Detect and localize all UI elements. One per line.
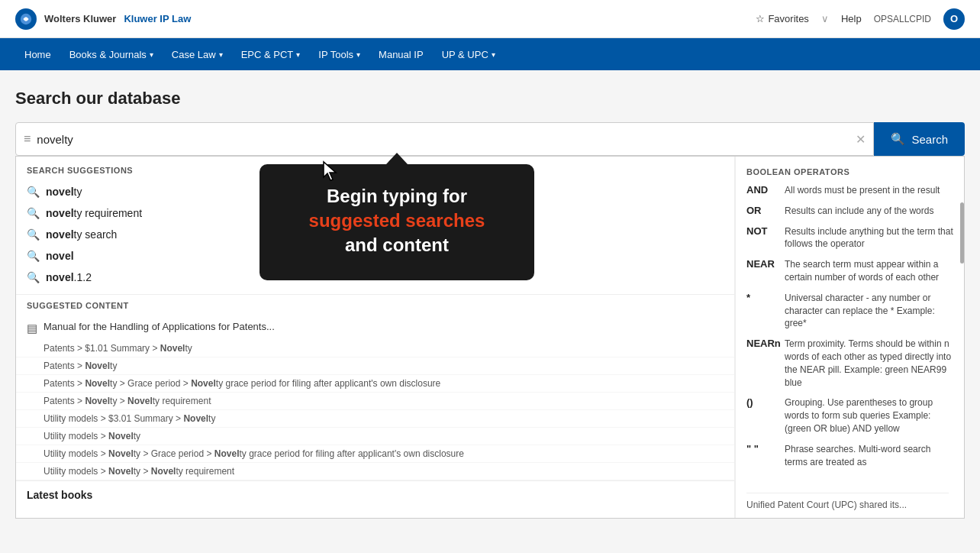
nav-epc-pct[interactable]: EPC & PCT▾ bbox=[232, 38, 310, 70]
chevron-down-icon: ▾ bbox=[219, 50, 223, 59]
tooltip-arrow bbox=[386, 153, 408, 164]
breadcrumb-1[interactable]: Patents > $1.01 Summary > Novelty bbox=[16, 340, 734, 357]
content-book-item[interactable]: ▤ Manual for the Handling of Application… bbox=[16, 316, 734, 340]
chevron-down-icon: ▾ bbox=[150, 50, 153, 59]
nav-bar: Home Books & Journals▾ Case Law▾ EPC & P… bbox=[0, 38, 980, 70]
user-id: OPSALLCPID bbox=[874, 14, 931, 24]
breadcrumb-3[interactable]: Patents > Novelty > Grace period > Novel… bbox=[16, 375, 734, 393]
star-icon: ☆ bbox=[756, 13, 765, 24]
chevron-down-icon: ▾ bbox=[296, 50, 300, 59]
top-bar: Wolters Kluwer Kluwer IP Law ☆ Favorites… bbox=[0, 0, 980, 38]
breadcrumb-7[interactable]: Utility models > Novelty > Grace period … bbox=[16, 445, 734, 463]
brand-name: Wolters Kluwer bbox=[44, 13, 116, 24]
panel-footer-text: Unified Patent Court (UPC) shared its... bbox=[746, 493, 949, 510]
breadcrumb-6[interactable]: Utility models > Novelty bbox=[16, 428, 734, 445]
breadcrumb-8[interactable]: Utility models > Novelty > Novelty requi… bbox=[16, 463, 734, 480]
nav-manual-ip[interactable]: Manual IP bbox=[369, 38, 433, 70]
breadcrumb-4[interactable]: Patents > Novelty > Novelty requirement bbox=[16, 393, 734, 410]
scrollbar-thumb bbox=[960, 202, 964, 264]
boolean-operators-column: BOOLEAN OPERATORS AND All words must be … bbox=[735, 157, 964, 518]
nav-home[interactable]: Home bbox=[15, 38, 60, 70]
main-content: Search our database ≡ ✕ 🔍 Search SEARCH … bbox=[0, 70, 980, 537]
top-bar-right: ☆ Favorites ∨ Help OPSALLCPID O bbox=[756, 8, 965, 30]
latest-books-label: Latest books bbox=[16, 480, 734, 509]
book-icon: ▤ bbox=[27, 322, 37, 335]
breadcrumb-5[interactable]: Utility models > $3.01 Summary > Novelty bbox=[16, 410, 734, 428]
bool-near: NEAR The search term must appear within … bbox=[746, 258, 953, 284]
sub-brand-name: Kluwer IP Law bbox=[124, 13, 191, 24]
bool-grouping: () Grouping. Use parentheses to group wo… bbox=[746, 396, 953, 435]
search-wrapper: ≡ ✕ 🔍 Search SEARCH SUGGESTIONS 🔍 novelt… bbox=[15, 122, 965, 519]
tooltip-line2: suggested searches bbox=[284, 210, 510, 231]
search-icon: 🔍 bbox=[27, 228, 40, 241]
chevron-down-icon: ▾ bbox=[356, 50, 360, 59]
search-icon: 🔍 bbox=[27, 186, 40, 198]
nav-books-journals[interactable]: Books & Journals▾ bbox=[60, 38, 163, 70]
user-avatar[interactable]: O bbox=[943, 8, 965, 30]
chevron-down-icon: ▾ bbox=[492, 50, 495, 59]
tooltip-line3: and content bbox=[284, 234, 510, 256]
breadcrumb-2[interactable]: Patents > Novelty bbox=[16, 357, 734, 375]
search-input[interactable] bbox=[31, 133, 856, 146]
search-icon: 🔍 bbox=[891, 132, 905, 146]
brand-section: Wolters Kluwer Kluwer IP Law bbox=[15, 8, 191, 30]
boolean-operators-label: BOOLEAN OPERATORS bbox=[746, 167, 953, 184]
clear-icon[interactable]: ✕ bbox=[856, 132, 866, 147]
tooltip-line1: Begin typing for bbox=[284, 186, 510, 207]
help-label[interactable]: Help bbox=[841, 13, 862, 24]
page-title: Search our database bbox=[15, 89, 965, 108]
nav-up-upc[interactable]: UP & UPC▾ bbox=[433, 38, 505, 70]
filter-icon[interactable]: ≡ bbox=[24, 132, 31, 146]
bool-nearn: NEARn Term proximity. Terms should be wi… bbox=[746, 338, 953, 389]
search-icon: 🔍 bbox=[27, 207, 40, 219]
suggested-content-label: SUGGESTED CONTENT bbox=[16, 301, 734, 316]
search-box: ≡ ✕ bbox=[15, 122, 874, 156]
bool-wildcard: * Universal character - any number or ch… bbox=[746, 292, 953, 330]
nav-case-law[interactable]: Case Law▾ bbox=[163, 38, 232, 70]
search-row: ≡ ✕ 🔍 Search bbox=[15, 122, 965, 156]
bool-and: AND All words must be present in the res… bbox=[746, 184, 953, 197]
favorites-button[interactable]: ☆ Favorites bbox=[756, 13, 808, 24]
bool-or: OR Results can include any of the words bbox=[746, 205, 953, 218]
logo-icon bbox=[15, 8, 37, 30]
tooltip-overlay: Begin typing for suggested searches and … bbox=[260, 164, 534, 280]
search-button[interactable]: 🔍 Search bbox=[874, 122, 965, 156]
nav-ip-tools[interactable]: IP Tools▾ bbox=[309, 38, 369, 70]
favorites-label: Favorites bbox=[768, 13, 808, 24]
book-title: Manual for the Handling of Applications … bbox=[44, 321, 275, 332]
search-icon: 🔍 bbox=[27, 250, 40, 262]
bool-phrase: " " Phrase searches. Multi-word search t… bbox=[746, 443, 953, 469]
bool-not: NOT Results include anything but the ter… bbox=[746, 225, 953, 251]
search-icon: 🔍 bbox=[27, 271, 40, 283]
